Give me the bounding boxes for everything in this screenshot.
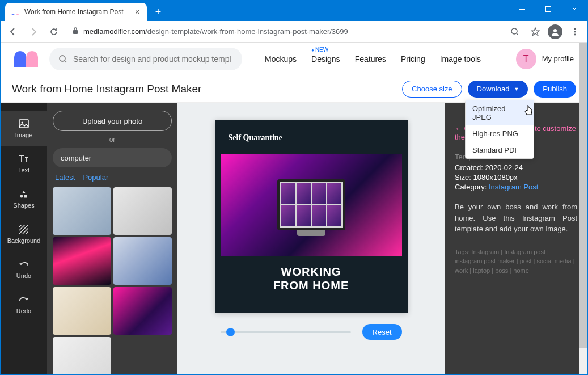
bookmark-icon[interactable] [527,24,543,40]
svg-rect-0 [519,9,525,10]
profile-label: My profile [542,54,574,63]
background-icon [18,224,29,235]
browser-titlebar: Work from Home Instagram Post × + [1,1,587,21]
svg-point-3 [511,28,517,34]
reset-button[interactable]: Reset [362,324,402,340]
sidebar-undo[interactable]: Undo [1,251,47,286]
template-tags: Tags: Instagram | Instagram post | insta… [455,247,577,276]
or-divider: or [53,136,172,144]
image-grid [53,187,172,374]
redo-icon [18,294,29,305]
dropdown-highres-png[interactable]: High-res PNG [466,125,534,142]
close-window-button[interactable] [561,1,587,18]
page-title: Work from Home Instagram Post Maker [12,83,201,95]
sidebar-shapes[interactable]: Shapes [1,181,47,216]
svg-point-6 [574,31,576,32]
browser-tab[interactable]: Work from Home Instagram Post × [5,3,147,21]
favicon [11,7,20,16]
shapes-icon [18,188,29,200]
nav-features[interactable]: Features [355,54,386,64]
undo-icon [18,259,29,270]
thumbnail[interactable] [53,237,111,285]
zoom-row: Reset [221,324,402,340]
svg-point-5 [574,28,576,30]
sidebar-background[interactable]: Background [1,216,47,251]
vertical-scrollbar[interactable] [579,103,587,374]
address-bar: mediamodifier.com/design-template/work-f… [1,21,587,43]
new-tab-button[interactable]: + [150,4,166,20]
main-search[interactable] [49,48,242,70]
left-sidebar: Image Text Shapes Background Undo Redo [1,103,47,374]
slider-thumb[interactable] [226,328,235,336]
preview-headline: WORKING FROM HOME [215,265,408,292]
nav-designs[interactable]: NEWDesigns [311,54,340,64]
thumbnail[interactable] [53,337,111,374]
thumbnail[interactable] [53,287,111,335]
menu-icon[interactable] [567,24,583,40]
profile-area[interactable]: T My profile [516,49,574,69]
svg-rect-12 [24,195,27,198]
url-field[interactable]: mediamodifier.com/design-template/work-f… [66,27,502,36]
image-panel: Upload your photo or Latest Popular [47,103,177,374]
thumbnail[interactable] [113,237,172,285]
maximize-button[interactable] [535,1,561,18]
reload-button[interactable] [46,24,62,40]
svg-point-4 [553,29,557,32]
profile-avatar: T [516,49,536,69]
svg-rect-2 [73,30,78,34]
size-line: Size: 1080x1080px [455,173,577,182]
svg-point-7 [574,33,576,35]
lock-icon [72,27,79,36]
dropdown-optimized-jpeg[interactable]: Optimized JPEG [466,100,534,125]
scrollbar-thumb[interactable] [579,103,587,348]
site-header: Mockups NEWDesigns Features Pricing Imag… [1,43,587,75]
thumbnail[interactable] [113,187,172,235]
nav-mockups[interactable]: Mockups [265,54,297,64]
zoom-icon[interactable] [507,24,523,40]
close-icon[interactable]: × [133,8,141,16]
chrome-profile-icon[interactable] [548,24,562,39]
page-bar: Work from Home Instagram Post Maker Choo… [1,75,587,103]
download-button[interactable]: Download▼ [468,81,528,98]
main-search-input[interactable] [73,54,233,64]
design-preview[interactable]: Self Quarantine WORKING FROM HOME [215,120,408,313]
thumbnail[interactable] [53,187,111,235]
back-button[interactable] [5,24,21,40]
nav-image-tools[interactable]: Image tools [440,54,481,64]
thumbnail[interactable] [113,287,172,335]
template-description: Be your own boss and work from home. Use… [455,201,577,235]
filter-latest[interactable]: Latest [55,173,75,182]
svg-point-11 [20,195,23,198]
cursor-icon [524,104,534,118]
url-text: mediamodifier.com/design-template/work-f… [83,27,497,36]
sidebar-text[interactable]: Text [1,146,47,181]
category-link[interactable]: Instagram Post [489,183,538,191]
canvas-area: Self Quarantine WORKING FROM HOME Reset [177,103,445,374]
category-line: Category: Instagram Post [455,183,577,191]
publish-button[interactable]: Publish [534,81,576,98]
sidebar-redo[interactable]: Redo [1,286,47,322]
forward-button[interactable] [26,24,41,40]
image-search-input[interactable] [53,148,172,167]
logo[interactable] [14,51,38,67]
dropdown-standard-pdf[interactable]: Standard PDF [466,142,534,158]
created-line: Created: 2020-02-24 [455,163,577,172]
upload-photo-button[interactable]: Upload your photo [53,111,172,131]
svg-rect-9 [19,120,28,128]
filter-popular[interactable]: Popular [83,173,108,182]
window-controls [509,1,587,18]
preview-photo [221,154,402,256]
search-icon [58,54,67,64]
tab-title: Work from Home Instagram Post [24,8,129,16]
new-badge: NEW [311,47,328,53]
nav-pricing[interactable]: Pricing [401,54,425,64]
text-icon [18,153,29,165]
sidebar-image[interactable]: Image [1,111,47,146]
svg-point-8 [60,56,65,61]
choose-size-button[interactable]: Choose size [402,81,462,98]
caret-down-icon: ▼ [514,86,519,92]
zoom-slider[interactable] [221,331,351,333]
page-actions: Choose size Download▼ Publish Optimized … [402,81,576,98]
preview-monitor [277,179,345,230]
minimize-button[interactable] [509,1,535,18]
